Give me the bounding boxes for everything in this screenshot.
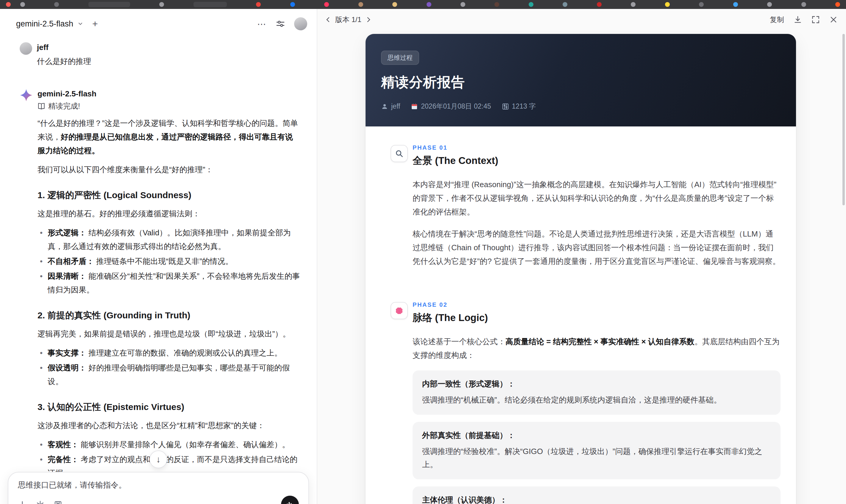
artifact-panel: 版本 1/1 复制 — [317, 9, 846, 504]
text-segment: 假设透明： — [48, 363, 86, 372]
text-segment: 我们可以从以下四个维度来衡量什么是“好的推理”： — [37, 165, 213, 174]
assistant-message: gemini-2.5-flash 精读完成! “什么是好的推理？”这是一个涉及逻… — [20, 88, 300, 504]
dimension-body: 强调推理的“经验校准”。解决“GIGO（垃圾进，垃圾出）”问题，确保推理引擎运行… — [422, 445, 771, 471]
tab-favicon[interactable] — [324, 2, 329, 7]
browser-tab[interactable] — [193, 2, 227, 7]
account-avatar[interactable] — [294, 17, 307, 30]
message-heading: 2. 前提的真实性 (Grounding in Truth) — [37, 309, 300, 322]
tab-favicon[interactable] — [392, 2, 397, 7]
fullscreen-button[interactable] — [811, 16, 820, 24]
gemini-logo-icon — [20, 89, 33, 102]
report-header: 思维过程 精读分析报告 jeff — [366, 34, 796, 126]
chevron-down-icon[interactable] — [77, 21, 83, 27]
user-message: jeff 什么是好的推理 — [20, 42, 300, 68]
conversation-title[interactable]: gemini-2.5-flash — [16, 19, 73, 29]
arrow-down-icon: ↓ — [156, 454, 161, 464]
dimension-body: 强调推理的“机械正确”。结论必须在给定的规则系统内逻辑自洽，这是推理的硬件基础。 — [422, 393, 771, 407]
bullet-item: 因果清晰： 能准确区分“相关性”和“因果关系”，不会轻率地将先后发生的事情归为因… — [37, 269, 300, 296]
phase-section: PHASE 02脉络 (The Logic)该论述基于一个核心公式：高质量结论 … — [391, 301, 780, 504]
tab-favicon[interactable] — [665, 2, 670, 7]
tab-favicon[interactable] — [597, 2, 602, 7]
logic-dimension-card: 内部一致性（形式逻辑）：强调推理的“机械正确”。结论必须在给定的规则系统内逻辑自… — [412, 371, 780, 415]
scroll-to-bottom-button[interactable]: ↓ — [149, 450, 167, 468]
magnifier-icon — [391, 145, 408, 162]
bullet-list: 形式逻辑： 结构必须有效（Valid）。比如演绎推理中，如果前提全部为真，那么通… — [37, 226, 300, 296]
phase-paragraph: 本内容是对“推理 (Reasoning)”这一抽象概念的高层建模。在知识爆炸与人… — [412, 178, 780, 219]
text-segment: 能够识别并尽量排除个人偏见（如幸存者偏差、确认偏差）。 — [78, 440, 289, 449]
next-version-button[interactable] — [365, 16, 372, 23]
tab-favicon[interactable] — [835, 2, 840, 7]
bookmark-save-icon[interactable] — [54, 500, 63, 504]
browser-tab[interactable] — [88, 2, 130, 7]
message-heading: 3. 认知的公正性 (Epistemic Virtues) — [37, 401, 300, 413]
phase-label: PHASE 01 — [412, 144, 780, 151]
phase-list: PHASE 01全景 (The Context)本内容是对“推理 (Reason… — [366, 126, 796, 504]
artifact-content[interactable]: 思维过程 精读分析报告 jeff — [317, 30, 846, 504]
tab-favicon[interactable] — [733, 2, 738, 7]
text-segment: 逻辑再完美，如果前提是错误的，推理也是垃圾（即“垃圾进，垃圾出”）。 — [37, 329, 290, 338]
settings-sliders-icon[interactable] — [276, 19, 285, 29]
report-word-count: 1213 字 — [502, 102, 536, 111]
dimension-title: 外部真实性（前提基础）： — [422, 430, 771, 440]
chat-message-list[interactable]: jeff 什么是好的推理 gemini-2.5-flash — [0, 39, 317, 504]
book-icon — [37, 102, 45, 110]
tab-favicon[interactable] — [427, 2, 431, 7]
text-segment: 该论述基于一个核心公式： — [412, 337, 506, 346]
report-author-text: jeff — [391, 102, 400, 110]
tab-favicon[interactable] — [20, 2, 25, 7]
tab-favicon[interactable] — [159, 2, 164, 7]
chat-input[interactable]: 思维接口已就绪，请传输指令。 — [18, 480, 299, 490]
copy-button[interactable]: 复制 — [770, 15, 784, 24]
browser-tab-strip — [20, 2, 840, 7]
tab-favicon[interactable] — [699, 2, 704, 7]
user-message-avatar — [20, 42, 32, 55]
logic-dimension-card: 主体伦理（认识美德）：转向推理者的心理特征。引入奥卡姆剃刀和反向论证，旨在克服人… — [412, 486, 780, 504]
download-button[interactable] — [794, 16, 802, 24]
tab-favicon[interactable] — [494, 2, 499, 7]
tab-favicon[interactable] — [256, 2, 261, 7]
phase-label: PHASE 02 — [412, 301, 780, 308]
tab-favicon[interactable] — [767, 2, 772, 7]
person-icon — [381, 103, 388, 110]
text-segment: 核心情境在于解决“思考的随意性”问题。不论是人类通过批判性思维进行决策，还是大语… — [412, 229, 780, 266]
dimension-title: 内部一致性（形式逻辑）： — [422, 379, 771, 389]
brain-icon — [391, 302, 408, 319]
attach-plus-button[interactable] — [18, 500, 27, 504]
text-segment: 本内容是对“推理 (Reasoning)”这一抽象概念的高层建模。在知识爆炸与人… — [412, 180, 776, 216]
tab-favicon[interactable] — [801, 2, 806, 7]
text-segment: 这是推理的基石。好的推理必须遵循逻辑法则： — [37, 209, 200, 218]
text-segment: 推理建立在可靠的数据、准确的观测或公认的真理之上。 — [86, 348, 282, 357]
message-author: gemini-2.5-flash — [37, 88, 300, 100]
tab-favicon[interactable] — [54, 2, 59, 7]
tab-favicon[interactable] — [529, 2, 533, 7]
phase-paragraph: 该论述基于一个核心公式：高质量结论 = 结构完整性 × 事实准确性 × 认知自律… — [412, 335, 780, 362]
reading-status: 精读完成! — [37, 101, 300, 111]
tab-favicon[interactable] — [460, 2, 465, 7]
text-segment: 形式逻辑： — [48, 228, 86, 237]
report-title: 精读分析报告 — [381, 73, 780, 92]
new-chat-button[interactable]: + — [92, 19, 98, 29]
message-paragraph: 逻辑再完美，如果前提是错误的，推理也是垃圾（即“垃圾进，垃圾出”）。 — [37, 327, 300, 341]
scrollbar-thumb[interactable] — [842, 34, 845, 205]
phase-title: 全景 (The Context) — [412, 154, 780, 167]
window-close-button[interactable] — [6, 2, 11, 7]
tab-favicon[interactable] — [631, 2, 636, 7]
tab-favicon[interactable] — [290, 2, 295, 7]
previous-version-button[interactable] — [324, 16, 332, 23]
chat-header: gemini-2.5-flash + ⋯ — [0, 9, 317, 39]
phase-section: PHASE 01全景 (The Context)本内容是对“推理 (Reason… — [391, 144, 780, 276]
message-paragraph: 这是推理的基石。好的推理必须遵循逻辑法则： — [37, 207, 300, 220]
report-meta: jeff 2026年01月08日 02:45 — [381, 102, 780, 111]
more-options-button[interactable]: ⋯ — [257, 19, 267, 29]
reading-status-text: 精读完成! — [48, 101, 80, 111]
phase-content: PHASE 02脉络 (The Logic)该论述基于一个核心公式：高质量结论 … — [412, 301, 780, 504]
tab-favicon[interactable] — [563, 2, 567, 7]
voice-input-button[interactable] — [281, 496, 299, 504]
tab-favicon[interactable] — [358, 2, 363, 7]
tools-sparkle-icon[interactable] — [36, 500, 45, 504]
bullet-item: 事实支撑： 推理建立在可靠的数据、准确的观测或公认的真理之上。 — [37, 346, 300, 360]
phase-paragraph: 核心情境在于解决“思考的随意性”问题。不论是人类通过批判性思维进行决策，还是大语… — [412, 227, 780, 268]
text-segment: 事实支撑： — [48, 348, 86, 357]
bullet-item: 假设透明： 好的推理会明确指明哪些是已知事实，哪些是基于可能的假设。 — [37, 361, 300, 388]
close-button[interactable] — [829, 16, 838, 24]
